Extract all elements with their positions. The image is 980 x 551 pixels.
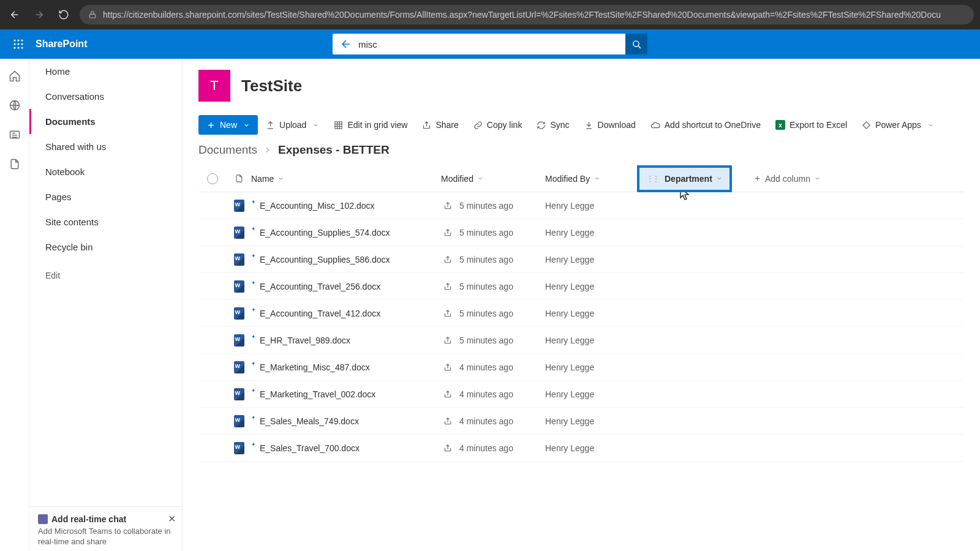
file-name[interactable]: E_Accounting_Supplies_586.docx bbox=[260, 255, 390, 264]
onedrive-icon bbox=[650, 120, 660, 130]
modified-by-text[interactable]: Henry Legge bbox=[545, 389, 594, 399]
chat-card-sub: Add Microsoft Teams to collaborate in re… bbox=[38, 527, 173, 547]
modified-by-text[interactable]: Henry Legge bbox=[545, 335, 594, 345]
column-header-department[interactable]: ⋮⋮ Department bbox=[643, 168, 753, 190]
files-icon[interactable] bbox=[9, 158, 21, 170]
share-row-icon[interactable] bbox=[441, 282, 459, 291]
table-row[interactable]: ✦E_Accounting_Supplies_574.docx5 minutes… bbox=[198, 219, 964, 246]
site-title[interactable]: TestSite bbox=[241, 77, 302, 96]
upload-button[interactable]: Upload bbox=[259, 116, 326, 134]
file-name[interactable]: E_Accounting_Supplies_574.docx bbox=[260, 228, 390, 238]
app-launcher-button[interactable] bbox=[4, 29, 33, 59]
search-submit-button[interactable] bbox=[625, 34, 647, 54]
table-row[interactable]: ✦E_Accounting_Travel_256.docx5 minutes a… bbox=[198, 273, 964, 300]
modified-by-text[interactable]: Henry Legge bbox=[545, 416, 594, 426]
address-bar[interactable]: https://citizenbuilders.sharepoint.com/s… bbox=[80, 5, 974, 24]
add-column-button[interactable]: Add column bbox=[753, 174, 821, 184]
export-excel-button[interactable]: x Export to Excel bbox=[769, 116, 854, 134]
nav-item-notebook[interactable]: Notebook bbox=[29, 159, 182, 184]
share-row-icon[interactable] bbox=[441, 309, 459, 318]
new-button[interactable]: New bbox=[198, 115, 258, 135]
nav-edit-link[interactable]: Edit bbox=[29, 260, 182, 291]
share-row-icon[interactable] bbox=[441, 390, 459, 399]
export-label: Export to Excel bbox=[790, 120, 847, 130]
select-all-toggle[interactable] bbox=[198, 173, 227, 184]
chevron-down-icon bbox=[927, 122, 934, 129]
file-name[interactable]: E_Marketing_Travel_002.docx bbox=[260, 389, 375, 399]
globe-icon[interactable] bbox=[9, 99, 21, 111]
new-badge: ✦ bbox=[251, 199, 256, 205]
file-name[interactable]: E_Marketing_Misc_487.docx bbox=[260, 362, 370, 372]
nav-item-conversations[interactable]: Conversations bbox=[29, 84, 182, 109]
modified-by-text[interactable]: Henry Legge bbox=[545, 309, 594, 318]
table-row[interactable]: ✦E_Accounting_Travel_412.docx5 minutes a… bbox=[198, 300, 964, 327]
main-area: T TestSite New Upload Edit in grid view … bbox=[183, 59, 980, 551]
edit-grid-button[interactable]: Edit in grid view bbox=[327, 116, 414, 134]
modified-by-text[interactable]: Henry Legge bbox=[545, 443, 594, 453]
modified-by-text[interactable]: Henry Legge bbox=[545, 282, 594, 291]
nav-item-home[interactable]: Home bbox=[29, 59, 182, 84]
table-row[interactable]: ✦E_Accounting_Supplies_586.docx5 minutes… bbox=[198, 246, 964, 273]
share-row-icon[interactable] bbox=[441, 363, 459, 372]
breadcrumb-root[interactable]: Documents bbox=[198, 143, 257, 157]
browser-back-button[interactable] bbox=[6, 6, 23, 23]
nav-item-site-contents[interactable]: Site contents bbox=[29, 209, 182, 234]
share-row-icon[interactable] bbox=[441, 444, 459, 452]
browser-reload-button[interactable] bbox=[55, 6, 72, 23]
copy-link-button[interactable]: Copy link bbox=[467, 116, 529, 134]
modified-by-text[interactable]: Henry Legge bbox=[545, 362, 594, 372]
file-name[interactable]: E_Accounting_Misc_102.docx bbox=[260, 201, 375, 211]
column-header-name[interactable]: Name bbox=[251, 174, 441, 184]
search-input[interactable] bbox=[358, 39, 618, 50]
modified-text: 5 minutes ago bbox=[459, 201, 513, 211]
nav-item-shared-with-us[interactable]: Shared with us bbox=[29, 134, 182, 159]
table-row[interactable]: ✦E_Marketing_Misc_487.docx4 minutes agoH… bbox=[198, 354, 964, 381]
share-row-icon[interactable] bbox=[441, 228, 459, 237]
table-row[interactable]: ✦E_HR_Travel_989.docx5 minutes agoHenry … bbox=[198, 327, 964, 354]
share-button[interactable]: Share bbox=[415, 116, 465, 134]
table-row[interactable]: ✦E_Accounting_Misc_102.docx5 minutes ago… bbox=[198, 192, 964, 219]
close-icon[interactable]: ✕ bbox=[168, 513, 176, 525]
file-name[interactable]: E_Accounting_Travel_256.docx bbox=[260, 282, 380, 291]
news-icon[interactable] bbox=[9, 129, 21, 141]
new-badge: ✦ bbox=[251, 253, 256, 259]
column-header-modified-by[interactable]: Modified By bbox=[545, 174, 643, 184]
power-apps-button[interactable]: Power Apps bbox=[855, 116, 941, 134]
table-row[interactable]: ✦E_Marketing_Travel_002.docx4 minutes ag… bbox=[198, 381, 964, 408]
add-shortcut-button[interactable]: Add shortcut to OneDrive bbox=[644, 116, 767, 134]
search-back-icon[interactable] bbox=[340, 38, 352, 50]
table-row[interactable]: ✦E_Sales_Travel_700.docx4 minutes agoHen… bbox=[198, 435, 964, 462]
new-badge: ✦ bbox=[251, 441, 256, 448]
sharepoint-brand[interactable]: SharePoint bbox=[33, 39, 87, 50]
modified-by-text[interactable]: Henry Legge bbox=[545, 228, 594, 238]
table-row[interactable]: ✦E_Sales_Meals_749.docx4 minutes agoHenr… bbox=[198, 408, 964, 435]
share-row-icon[interactable] bbox=[441, 336, 459, 345]
nav-item-recycle-bin[interactable]: Recycle bin bbox=[29, 234, 182, 260]
search-box[interactable] bbox=[333, 34, 625, 54]
file-name[interactable]: E_HR_Travel_989.docx bbox=[260, 335, 350, 345]
sync-button[interactable]: Sync bbox=[530, 116, 576, 134]
share-row-icon[interactable] bbox=[441, 201, 459, 210]
svg-point-1 bbox=[13, 39, 15, 41]
drag-handle-icon[interactable]: ⋮⋮ bbox=[646, 174, 658, 183]
column-header-modified[interactable]: Modified bbox=[441, 174, 545, 184]
download-icon bbox=[584, 121, 594, 130]
share-row-icon[interactable] bbox=[441, 417, 459, 425]
new-badge: ✦ bbox=[251, 307, 256, 313]
file-name[interactable]: E_Accounting_Travel_412.docx bbox=[260, 309, 380, 318]
excel-icon: x bbox=[775, 120, 785, 130]
site-header: T TestSite bbox=[183, 59, 980, 115]
file-name[interactable]: E_Sales_Travel_700.docx bbox=[260, 443, 360, 453]
file-name[interactable]: E_Sales_Meals_749.docx bbox=[260, 416, 359, 426]
download-button[interactable]: Download bbox=[578, 116, 643, 134]
modified-text: 5 minutes ago bbox=[459, 282, 513, 291]
browser-forward-button[interactable] bbox=[31, 6, 48, 23]
modified-by-text[interactable]: Henry Legge bbox=[545, 201, 594, 211]
nav-item-pages[interactable]: Pages bbox=[29, 184, 182, 209]
modified-by-text[interactable]: Henry Legge bbox=[545, 255, 594, 264]
nav-item-documents[interactable]: Documents bbox=[29, 109, 182, 134]
document-list: Name Modified Modified By ⋮⋮ Department bbox=[183, 165, 980, 462]
share-row-icon[interactable] bbox=[441, 255, 459, 264]
upload-icon bbox=[266, 121, 275, 130]
home-icon[interactable] bbox=[9, 70, 21, 82]
